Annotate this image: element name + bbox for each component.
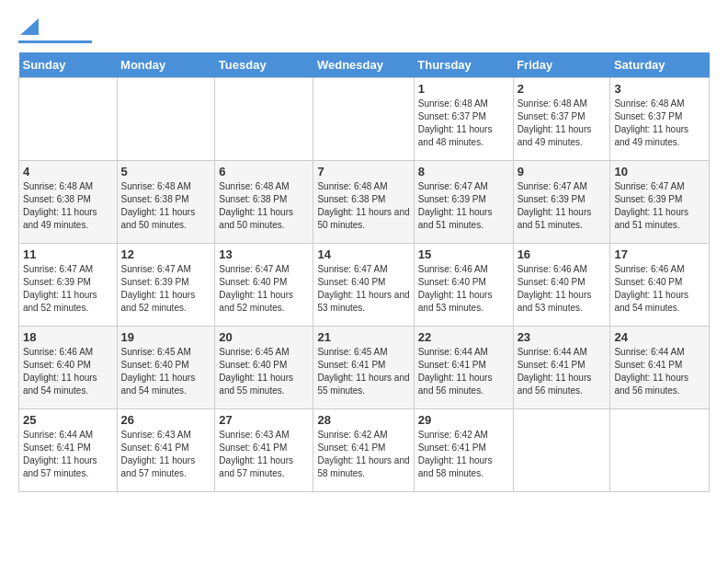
calendar-cell: 10Sunrise: 6:47 AM Sunset: 6:39 PM Dayli… [610, 161, 710, 244]
calendar-cell: 4Sunrise: 6:48 AM Sunset: 6:38 PM Daylig… [19, 161, 118, 244]
page-header [18, 18, 710, 43]
header-cell-saturday: Saturday [610, 52, 710, 78]
day-info: Sunrise: 6:48 AM Sunset: 6:38 PM Dayligh… [23, 180, 113, 232]
day-info: Sunrise: 6:44 AM Sunset: 6:41 PM Dayligh… [518, 346, 607, 397]
calendar-cell: 3Sunrise: 6:48 AM Sunset: 6:37 PM Daylig… [610, 78, 710, 161]
day-number: 19 [121, 330, 211, 344]
day-number: 27 [219, 413, 309, 427]
calendar-cell: 8Sunrise: 6:47 AM Sunset: 6:39 PM Daylig… [414, 161, 513, 244]
calendar-cell: 12Sunrise: 6:47 AM Sunset: 6:39 PM Dayli… [117, 244, 215, 327]
calendar-cell: 24Sunrise: 6:44 AM Sunset: 6:41 PM Dayli… [610, 327, 710, 409]
calendar-cell [610, 409, 710, 492]
day-info: Sunrise: 6:43 AM Sunset: 6:41 PM Dayligh… [121, 429, 211, 480]
day-number: 20 [219, 330, 309, 344]
day-info: Sunrise: 6:46 AM Sunset: 6:40 PM Dayligh… [418, 263, 509, 315]
calendar-cell: 16Sunrise: 6:46 AM Sunset: 6:40 PM Dayli… [513, 244, 610, 327]
day-number: 5 [121, 165, 211, 178]
day-number: 29 [418, 413, 509, 427]
day-number: 11 [23, 247, 113, 261]
day-info: Sunrise: 6:47 AM Sunset: 6:40 PM Dayligh… [317, 263, 409, 315]
day-number: 4 [23, 165, 113, 178]
calendar-cell: 23Sunrise: 6:44 AM Sunset: 6:41 PM Dayli… [513, 327, 610, 409]
day-number: 22 [418, 330, 509, 344]
calendar-cell: 17Sunrise: 6:46 AM Sunset: 6:40 PM Dayli… [610, 244, 710, 327]
svg-marker-0 [20, 18, 39, 35]
calendar-cell: 1Sunrise: 6:48 AM Sunset: 6:37 PM Daylig… [414, 78, 513, 161]
header-cell-sunday: Sunday [19, 52, 118, 78]
calendar-cell: 18Sunrise: 6:46 AM Sunset: 6:40 PM Dayli… [19, 327, 118, 409]
day-info: Sunrise: 6:46 AM Sunset: 6:40 PM Dayligh… [23, 346, 113, 397]
calendar-cell: 19Sunrise: 6:45 AM Sunset: 6:40 PM Dayli… [117, 327, 215, 409]
day-info: Sunrise: 6:44 AM Sunset: 6:41 PM Dayligh… [418, 346, 509, 397]
day-number: 12 [121, 247, 211, 261]
calendar-cell: 11Sunrise: 6:47 AM Sunset: 6:39 PM Dayli… [19, 244, 118, 327]
week-row-2: 4Sunrise: 6:48 AM Sunset: 6:38 PM Daylig… [19, 161, 710, 244]
calendar-cell: 25Sunrise: 6:44 AM Sunset: 6:41 PM Dayli… [19, 409, 118, 492]
day-number: 23 [518, 330, 607, 344]
header-cell-thursday: Thursday [414, 52, 513, 78]
day-number: 28 [317, 413, 409, 427]
logo-triangle-icon [20, 18, 39, 35]
calendar-cell: 6Sunrise: 6:48 AM Sunset: 6:38 PM Daylig… [215, 161, 313, 244]
day-number: 13 [219, 247, 309, 261]
day-number: 2 [518, 82, 607, 96]
day-info: Sunrise: 6:47 AM Sunset: 6:39 PM Dayligh… [121, 263, 211, 315]
calendar-cell: 9Sunrise: 6:47 AM Sunset: 6:39 PM Daylig… [513, 161, 610, 244]
calendar-cell: 5Sunrise: 6:48 AM Sunset: 6:38 PM Daylig… [117, 161, 215, 244]
day-number: 24 [614, 330, 705, 344]
day-info: Sunrise: 6:48 AM Sunset: 6:37 PM Dayligh… [418, 98, 509, 149]
calendar-cell [19, 78, 118, 161]
week-row-1: 1Sunrise: 6:48 AM Sunset: 6:37 PM Daylig… [19, 78, 710, 161]
header-cell-friday: Friday [513, 52, 610, 78]
calendar-cell: 28Sunrise: 6:42 AM Sunset: 6:41 PM Dayli… [313, 409, 414, 492]
calendar-cell: 7Sunrise: 6:48 AM Sunset: 6:38 PM Daylig… [313, 161, 414, 244]
day-number: 16 [518, 247, 607, 261]
day-info: Sunrise: 6:45 AM Sunset: 6:40 PM Dayligh… [219, 346, 309, 397]
calendar-cell: 20Sunrise: 6:45 AM Sunset: 6:40 PM Dayli… [215, 327, 313, 409]
header-cell-tuesday: Tuesday [215, 52, 313, 78]
calendar-cell: 14Sunrise: 6:47 AM Sunset: 6:40 PM Dayli… [313, 244, 414, 327]
day-number: 21 [317, 330, 409, 344]
logo [18, 18, 92, 43]
day-number: 10 [614, 165, 705, 178]
day-info: Sunrise: 6:47 AM Sunset: 6:39 PM Dayligh… [518, 180, 607, 232]
day-info: Sunrise: 6:45 AM Sunset: 6:41 PM Dayligh… [317, 346, 409, 397]
day-info: Sunrise: 6:47 AM Sunset: 6:40 PM Dayligh… [219, 263, 309, 315]
day-info: Sunrise: 6:48 AM Sunset: 6:37 PM Dayligh… [614, 98, 705, 149]
day-number: 25 [23, 413, 113, 427]
calendar-cell [313, 78, 414, 161]
day-info: Sunrise: 6:48 AM Sunset: 6:37 PM Dayligh… [518, 98, 607, 149]
calendar-cell: 26Sunrise: 6:43 AM Sunset: 6:41 PM Dayli… [117, 409, 215, 492]
day-number: 7 [317, 165, 409, 178]
header-row: SundayMondayTuesdayWednesdayThursdayFrid… [19, 52, 710, 78]
day-info: Sunrise: 6:46 AM Sunset: 6:40 PM Dayligh… [614, 263, 705, 315]
day-info: Sunrise: 6:47 AM Sunset: 6:39 PM Dayligh… [23, 263, 113, 315]
day-number: 15 [418, 247, 509, 261]
day-number: 6 [219, 165, 309, 178]
header-cell-wednesday: Wednesday [313, 52, 414, 78]
day-number: 18 [23, 330, 113, 344]
calendar-cell: 15Sunrise: 6:46 AM Sunset: 6:40 PM Dayli… [414, 244, 513, 327]
calendar-cell [215, 78, 313, 161]
day-number: 9 [518, 165, 607, 178]
logo-underline [18, 40, 92, 43]
calendar-table: SundayMondayTuesdayWednesdayThursdayFrid… [18, 52, 710, 492]
calendar-cell: 29Sunrise: 6:42 AM Sunset: 6:41 PM Dayli… [414, 409, 513, 492]
calendar-cell: 22Sunrise: 6:44 AM Sunset: 6:41 PM Dayli… [414, 327, 513, 409]
day-info: Sunrise: 6:48 AM Sunset: 6:38 PM Dayligh… [317, 180, 409, 232]
day-info: Sunrise: 6:44 AM Sunset: 6:41 PM Dayligh… [614, 346, 705, 397]
day-info: Sunrise: 6:44 AM Sunset: 6:41 PM Dayligh… [23, 429, 113, 480]
day-info: Sunrise: 6:45 AM Sunset: 6:40 PM Dayligh… [121, 346, 211, 397]
calendar-cell: 27Sunrise: 6:43 AM Sunset: 6:41 PM Dayli… [215, 409, 313, 492]
calendar-cell: 21Sunrise: 6:45 AM Sunset: 6:41 PM Dayli… [313, 327, 414, 409]
calendar-cell [117, 78, 215, 161]
week-row-4: 18Sunrise: 6:46 AM Sunset: 6:40 PM Dayli… [19, 327, 710, 409]
week-row-5: 25Sunrise: 6:44 AM Sunset: 6:41 PM Dayli… [19, 409, 710, 492]
day-info: Sunrise: 6:42 AM Sunset: 6:41 PM Dayligh… [418, 429, 509, 480]
day-number: 1 [418, 82, 509, 96]
day-info: Sunrise: 6:48 AM Sunset: 6:38 PM Dayligh… [219, 180, 309, 232]
day-info: Sunrise: 6:42 AM Sunset: 6:41 PM Dayligh… [317, 429, 409, 480]
day-info: Sunrise: 6:46 AM Sunset: 6:40 PM Dayligh… [518, 263, 607, 315]
calendar-cell: 13Sunrise: 6:47 AM Sunset: 6:40 PM Dayli… [215, 244, 313, 327]
day-info: Sunrise: 6:43 AM Sunset: 6:41 PM Dayligh… [219, 429, 309, 480]
